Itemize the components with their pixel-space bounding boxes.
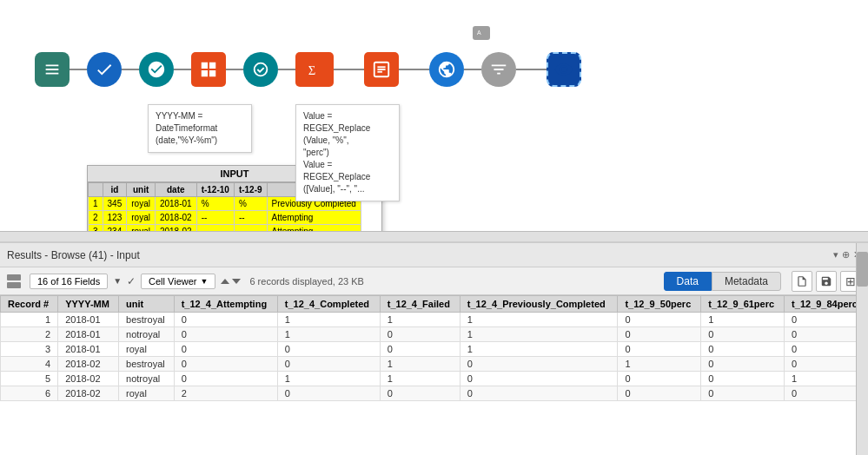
canvas-h-scrollbar[interactable]: [0, 231, 868, 241]
fields-dropdown-arrow[interactable]: ▼: [113, 276, 122, 286]
cell-unit: notroyal: [119, 327, 175, 342]
cell-failed: 1: [380, 372, 460, 386]
preview-row: 2123royal2018-02----Attempting: [89, 211, 361, 225]
cell-61perc: 0: [701, 342, 785, 357]
cell-61perc: 1: [701, 313, 785, 327]
table-row: 6 2018-02 royal 2 0 0 0 0 0 0: [1, 386, 868, 401]
sort-controls: [221, 279, 241, 284]
col-date: date: [155, 183, 196, 197]
results-header: Results - Browse (41) - Input ▾ ⊕ ✕: [0, 243, 868, 267]
cell-attempting: 0: [174, 357, 277, 372]
cell-record-num: 3: [1, 342, 58, 357]
node-input[interactable]: [35, 52, 70, 87]
table-header-row: Record # YYYY-MM unit t_12_4_Attempting …: [1, 296, 868, 313]
node-transform2[interactable]: [243, 52, 278, 87]
tab-data[interactable]: Data: [664, 272, 712, 291]
svg-text:A: A: [477, 30, 481, 36]
col-t1210: t-12-10: [196, 183, 234, 197]
cell-failed: 0: [380, 386, 460, 401]
data-table: Record # YYYY-MM unit t_12_4_Attempting …: [0, 295, 868, 401]
data-table-container[interactable]: Record # YYYY-MM unit t_12_4_Attempting …: [0, 295, 868, 455]
cell-yyyy-mm: 2018-01: [58, 313, 119, 327]
col-header-t129-61perc: t_12_9_61perc: [701, 296, 785, 313]
cell-record-num: 5: [1, 372, 58, 386]
cell-yyyy-mm: 2018-01: [58, 327, 119, 342]
cell-prev-completed: 0: [460, 372, 618, 386]
save-icon[interactable]: [816, 271, 837, 292]
col-header-t129-50perc: t_12_9_50perc: [618, 296, 701, 313]
results-toolbar: 16 of 16 Fields ▼ ✓ Cell Viewer ▼ 6 reco…: [0, 267, 868, 295]
table-row: 1 2018-01 bestroyal 0 1 1 1 0 1 0: [1, 313, 868, 327]
pin-icon2[interactable]: ⊕: [842, 249, 850, 260]
cell-record-num: 6: [1, 386, 58, 401]
cell-61perc: 0: [701, 357, 785, 372]
col-header-t124-attempting: t_12_4_Attempting: [174, 296, 277, 313]
cell-record-num: 2: [1, 327, 58, 342]
cell-unit: notroyal: [119, 372, 175, 386]
tab-metadata[interactable]: Metadata: [712, 272, 781, 291]
cell-attempting: 0: [174, 313, 277, 327]
cell-viewer-dropdown[interactable]: Cell Viewer ▼: [141, 274, 215, 289]
cell-50perc: 0: [618, 372, 701, 386]
cell-50perc: 0: [618, 386, 701, 401]
sort-up-btn[interactable]: [221, 279, 229, 284]
cell-completed: 1: [277, 313, 380, 327]
node-filter[interactable]: [87, 52, 122, 87]
tooltip-regex: Value = REGEX_Replace (Value, "%", "perc…: [295, 104, 400, 201]
node-join[interactable]: [429, 52, 464, 87]
cell-yyyy-mm: 2018-02: [58, 372, 119, 386]
cell-failed: 1: [380, 357, 460, 372]
records-info: 6 records displayed, 23 KB: [249, 276, 363, 287]
svg-text:Σ: Σ: [308, 63, 316, 77]
node-sort[interactable]: [481, 52, 516, 87]
cell-yyyy-mm: 2018-02: [58, 386, 119, 401]
cell-prev-completed: 0: [460, 386, 618, 401]
cell-yyyy-mm: 2018-02: [58, 357, 119, 372]
cell-50perc: 0: [618, 313, 701, 327]
toolbar-icons: ⊞: [792, 271, 861, 292]
cell-50perc: 0: [618, 327, 701, 342]
cell-prev-completed: 1: [460, 342, 618, 357]
workflow-canvas: Σ A YYYY-MM =: [0, 0, 868, 243]
pin-icon[interactable]: ▾: [833, 249, 838, 260]
cell-61perc: 0: [701, 327, 785, 342]
tooltip-datetime: YYYY-MM = DateTimeformat (date,"%Y-%m"): [148, 104, 252, 153]
cell-50perc: 1: [618, 357, 701, 372]
fields-check-icon: ✓: [127, 275, 136, 287]
cell-viewer-arrow: ▼: [201, 277, 209, 286]
node-formula1[interactable]: [191, 52, 226, 87]
col-unit: unit: [127, 183, 156, 197]
node-summarize[interactable]: Σ: [295, 52, 334, 87]
right-scrollbar[interactable]: [856, 243, 868, 455]
table-row: 3 2018-01 royal 0 0 0 1 0 0 0: [1, 342, 868, 357]
workflow-nodes: Σ A: [35, 52, 581, 87]
cell-attempting: 0: [174, 342, 277, 357]
cell-completed: 1: [277, 372, 380, 386]
cell-yyyy-mm: 2018-01: [58, 342, 119, 357]
node-select[interactable]: [364, 52, 399, 87]
cell-attempting: 2: [174, 386, 277, 401]
cell-unit: bestroyal: [119, 313, 175, 327]
cell-completed: 0: [277, 386, 380, 401]
col-header-yyyy-mm: YYYY-MM: [58, 296, 119, 313]
fields-badge: 16 of 16 Fields: [30, 274, 108, 289]
export-icon[interactable]: [792, 271, 812, 292]
cell-completed: 0: [277, 342, 380, 357]
col-num: [89, 183, 103, 197]
scroll-thumb[interactable]: [857, 252, 868, 287]
svg-point-0: [255, 63, 268, 76]
cell-unit: royal: [119, 342, 175, 357]
sort-down-btn[interactable]: [232, 279, 241, 284]
col-header-record: Record #: [1, 296, 58, 313]
results-panel: Results - Browse (41) - Input ▾ ⊕ ✕ 16 o…: [0, 243, 868, 455]
cell-unit: royal: [119, 386, 175, 401]
cell-viewer-label: Cell Viewer: [149, 276, 196, 287]
node-browse[interactable]: [547, 52, 581, 87]
node-transform1[interactable]: [139, 52, 174, 87]
col-id: id: [103, 183, 127, 197]
fields-label: 16 of 16 Fields: [37, 276, 100, 287]
col-header-unit: unit: [119, 296, 175, 313]
col-t129: t-12-9: [234, 183, 267, 197]
tab-buttons: Data Metadata: [664, 272, 781, 291]
col-header-t124-failed: t_12_4_Failed: [380, 296, 460, 313]
